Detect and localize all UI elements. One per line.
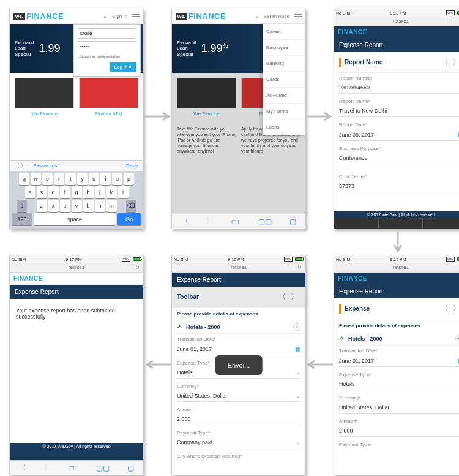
key-z[interactable]: z xyxy=(37,200,47,212)
bookmarks-icon[interactable]: ▢▢ xyxy=(96,464,110,472)
toolbar-label: Toolbar xyxy=(177,293,276,300)
key-q[interactable]: q xyxy=(19,173,29,185)
menu-item-career[interactable]: Career xyxy=(263,24,305,40)
report-date-input[interactable]: June 08, 2017▦ xyxy=(339,129,459,141)
screen-success: No SIM9:17 PMVPN refsite1↻ FINANCE Expen… xyxy=(9,255,144,475)
key-b[interactable]: b xyxy=(83,200,94,212)
prev-icon[interactable]: 〈 xyxy=(438,303,450,314)
search-icon[interactable]: ⌕ xyxy=(104,13,107,19)
menu-item-my-forms[interactable]: My Forms xyxy=(263,104,305,119)
key-h[interactable]: h xyxy=(83,186,94,198)
prev-icon[interactable]: 〈 xyxy=(276,292,288,302)
key-j[interactable]: j xyxy=(95,186,105,198)
next-icon[interactable]: 〉 xyxy=(450,303,459,314)
passwords-link[interactable]: Passwords xyxy=(33,163,57,168)
menu-item-employee[interactable]: Employee xyxy=(263,40,305,56)
key-l[interactable]: l xyxy=(118,186,129,198)
key-e[interactable]: e xyxy=(42,173,53,185)
key-x[interactable]: x xyxy=(48,200,59,212)
add-icon[interactable]: + xyxy=(455,335,459,342)
key-s[interactable]: s xyxy=(37,186,47,198)
shift-key[interactable]: ⇧ xyxy=(17,200,27,212)
add-icon[interactable]: + xyxy=(293,323,300,331)
next-icon[interactable]: 〉 xyxy=(288,292,300,302)
back-icon[interactable]: 〈 xyxy=(19,463,26,473)
keyboard[interactable]: qwertyuiop asdfghjkl ⇧zxcvbnm⌫ 123spaceG… xyxy=(10,171,143,229)
signin-link[interactable]: Sign In xyxy=(112,13,127,19)
menu-item-all-forms[interactable]: All Forms xyxy=(263,88,305,104)
copyright: © 2017 We.Gov | All rights reserved xyxy=(334,211,459,218)
fwd-icon[interactable]: 〉 xyxy=(44,463,51,473)
key-o[interactable]: o xyxy=(112,173,122,185)
transaction-date-input[interactable]: June 01, 2017▦ xyxy=(339,355,459,367)
expense-type-select[interactable]: Hotels⌄ xyxy=(339,379,459,390)
bookmarks-icon[interactable]: ▢▢ xyxy=(258,217,272,226)
tile-wefinance[interactable]: We.Finance xyxy=(15,78,74,116)
key-f[interactable]: f xyxy=(60,186,70,198)
key-d[interactable]: d xyxy=(48,186,59,198)
screen-report: No SIM9:13 PMVPN refsite1↻ FINANCE Expen… xyxy=(334,9,459,229)
next-icon[interactable]: 〉 xyxy=(450,57,459,67)
tile-atm[interactable]: Find an ATM xyxy=(79,78,138,116)
menu-icon[interactable] xyxy=(132,14,140,18)
page-header: Expense Report xyxy=(334,38,459,52)
key-a[interactable]: a xyxy=(25,186,35,198)
key-m[interactable]: m xyxy=(106,200,117,212)
screen-login: we.FINANCE ⌕Sign In PersonalLoanSpecial … xyxy=(9,9,144,229)
space-key[interactable]: space xyxy=(34,213,116,225)
password-input[interactable] xyxy=(78,41,136,51)
accordion-hotels[interactable]: ㅅHotels - 2000+ xyxy=(334,332,459,346)
numbers-key[interactable]: 123 xyxy=(12,213,32,225)
currency-select[interactable]: United States, Dollar⌄ xyxy=(339,402,459,414)
accordion-hotels[interactable]: ㅅHotels - 2000+ xyxy=(172,320,305,334)
hint-text: Please provide details of expenses xyxy=(334,319,459,332)
login-popup: ☐ Login as representative Log in » xyxy=(73,24,141,77)
keyboard-accessory: 〈 〉PasswordsDone xyxy=(10,160,143,171)
key-w[interactable]: w xyxy=(31,173,41,185)
menu-item-banking[interactable]: Banking xyxy=(263,56,305,72)
key-c[interactable]: c xyxy=(60,200,70,212)
user-name[interactable]: Sarah Rose xyxy=(264,13,289,19)
share-icon[interactable]: □↑ xyxy=(70,464,78,472)
key-k[interactable]: k xyxy=(106,186,117,198)
login-button[interactable]: Log in » xyxy=(110,62,136,72)
key-i[interactable]: i xyxy=(100,173,111,185)
key-u[interactable]: u xyxy=(89,173,99,185)
rep-checkbox[interactable]: ☐ Login as representative xyxy=(78,54,136,58)
key-v[interactable]: v xyxy=(72,200,82,212)
share-icon[interactable]: □↑ xyxy=(232,217,240,226)
flow-arrow xyxy=(144,358,171,371)
brand-bar: we.FINANCE ⌕Sign In xyxy=(10,9,143,24)
tabs-icon[interactable]: ▢ xyxy=(289,217,296,226)
report-number-input[interactable]: 2807864560 xyxy=(339,82,459,94)
key-r[interactable]: r xyxy=(54,173,64,185)
cost-center-input[interactable]: 37373 xyxy=(339,181,459,192)
tabs-icon[interactable]: ▢ xyxy=(127,464,134,472)
logo: we.FINANCE xyxy=(13,12,64,21)
key-y[interactable]: y xyxy=(77,173,88,185)
purpose-input[interactable]: Conference xyxy=(339,153,459,164)
key-g[interactable]: g xyxy=(72,186,82,198)
menu-item-cards[interactable]: Cards xyxy=(263,72,305,88)
back-icon[interactable]: 〈 xyxy=(181,216,188,227)
logo-we: we. xyxy=(13,13,25,20)
flow-arrow xyxy=(306,358,333,371)
success-message: Your expense report has been submitted s… xyxy=(10,299,143,328)
key-n[interactable]: n xyxy=(95,200,105,212)
address-bar[interactable]: refsite1 xyxy=(393,18,409,24)
key-p[interactable]: p xyxy=(124,173,134,185)
username-input[interactable] xyxy=(78,28,136,39)
report-name-input[interactable]: Travel to New Delhi xyxy=(339,105,459,117)
menu-item-loans[interactable]: Loans xyxy=(263,119,305,135)
prev-icon[interactable]: 〈 xyxy=(438,57,450,67)
refresh-icon[interactable]: ↻ xyxy=(135,265,140,270)
key-t[interactable]: t xyxy=(65,173,76,185)
go-key[interactable]: Go xyxy=(117,213,141,225)
backspace-key[interactable]: ⌫ xyxy=(126,200,136,212)
menu-icon[interactable] xyxy=(294,14,302,18)
kb-row2: asdfghjkl xyxy=(12,186,141,198)
amount-input[interactable]: 2,000 xyxy=(339,425,459,437)
done-button[interactable]: Done xyxy=(126,163,138,168)
fwd-icon[interactable]: 〉 xyxy=(206,216,214,227)
search-icon[interactable]: ⌕ xyxy=(256,13,259,19)
